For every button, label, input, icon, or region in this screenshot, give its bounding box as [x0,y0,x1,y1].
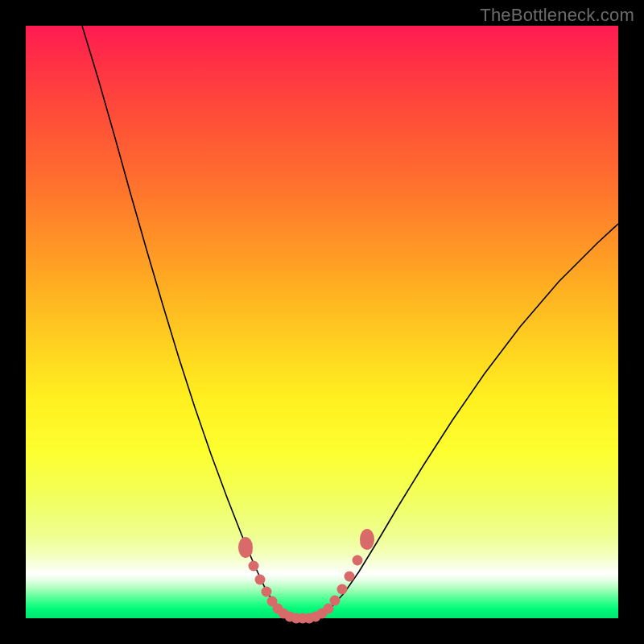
curve-marker-cap [360,529,374,550]
curve-marker [353,555,363,566]
curve-marker [249,561,259,572]
watermark-text: TheBottleneck.com [480,5,634,26]
curve-marker [345,572,355,582]
bottleneck-curve [82,26,618,618]
curve-markers [242,539,371,624]
chart-svg [26,26,618,618]
curve-marker [337,584,348,595]
curve-marker [330,596,341,606]
curve-marker-cap [238,537,253,558]
chart-plot-area [26,26,618,618]
curve-marker [262,587,272,597]
curve-marker [255,575,266,585]
curve-marker-caps [238,529,374,558]
